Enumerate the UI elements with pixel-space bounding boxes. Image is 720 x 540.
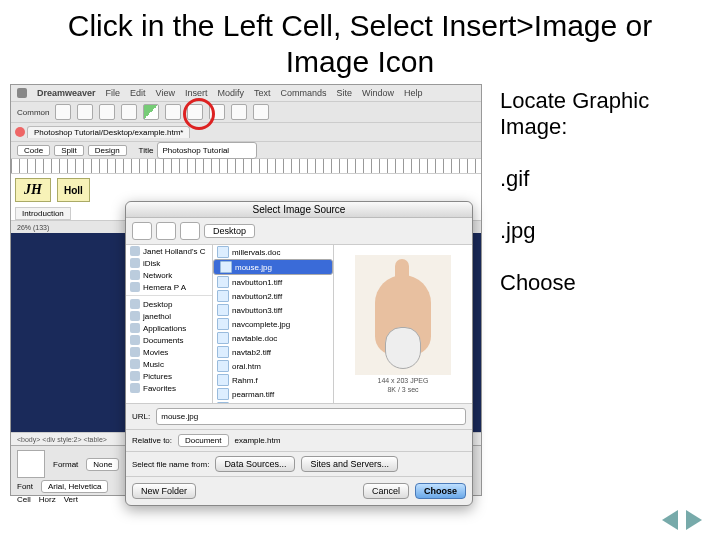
menu-insert[interactable]: Insert (185, 88, 208, 98)
relative-select[interactable]: Document (178, 434, 228, 447)
file-item[interactable]: navbutton3.tiff (213, 303, 333, 317)
text-choose: Choose (500, 270, 710, 296)
toolbar-category[interactable]: Common (17, 108, 49, 117)
next-slide-button[interactable] (686, 510, 702, 530)
source-favorites[interactable]: Favorites (126, 382, 212, 394)
tab-code[interactable]: Code (17, 145, 50, 156)
anchor-icon[interactable] (99, 104, 115, 120)
font-select[interactable]: Arial, Helvetica (41, 480, 108, 493)
format-label: Format (53, 460, 78, 469)
date-icon[interactable] (187, 104, 203, 120)
tiff-icon (217, 290, 229, 302)
format-select[interactable]: None (86, 458, 119, 471)
hyperlink-icon[interactable] (55, 104, 71, 120)
menu-modify[interactable]: Modify (217, 88, 244, 98)
comment-icon[interactable] (209, 104, 225, 120)
menu-text[interactable]: Text (254, 88, 271, 98)
relative-file: example.htm (235, 436, 281, 445)
htm-icon (217, 360, 229, 372)
title-label: Title (139, 146, 154, 155)
back-icon[interactable] (132, 222, 152, 240)
apple-icon (17, 88, 27, 98)
menu-site[interactable]: Site (337, 88, 353, 98)
email-icon[interactable] (77, 104, 93, 120)
menu-help[interactable]: Help (404, 88, 423, 98)
source-desktop[interactable]: Desktop (126, 298, 212, 310)
close-dot-icon[interactable] (15, 127, 25, 137)
tab-design[interactable]: Design (88, 145, 127, 156)
app-name: Dreamweaver (37, 88, 96, 98)
tiff-icon (217, 346, 229, 358)
file-item[interactable]: pearman.tiff (213, 387, 333, 401)
sites-servers-button[interactable]: Sites and Servers... (301, 456, 398, 472)
file-item[interactable]: phdplan_holland (213, 401, 333, 403)
favorites-icon (130, 383, 140, 393)
vert-label: Vert (64, 495, 78, 504)
menu-file[interactable]: File (106, 88, 121, 98)
menu-edit[interactable]: Edit (130, 88, 146, 98)
files-column: millervals.doc mouse.jpg navbutton1.tiff… (213, 245, 334, 403)
file-item[interactable]: millervals.doc (213, 245, 333, 259)
cell-label: Cell (17, 495, 31, 504)
source-home[interactable]: janethol (126, 310, 212, 322)
ruler (11, 159, 481, 174)
image-preview (355, 255, 451, 375)
text-locate: Locate Graphic Image: (500, 88, 710, 140)
logo-cell[interactable]: JH (15, 178, 51, 202)
source-idisk[interactable]: iDisk (126, 257, 212, 269)
table-icon[interactable] (121, 104, 137, 120)
document-tab[interactable]: Photoshop Tutorial/Desktop/example.htm* (27, 126, 190, 138)
new-folder-button[interactable]: New Folder (132, 483, 196, 499)
source-music[interactable]: Music (126, 358, 212, 370)
choose-button[interactable]: Choose (415, 483, 466, 499)
source-hd[interactable]: Janet Holland's C (126, 245, 212, 257)
file-item[interactable]: navtable.doc (213, 331, 333, 345)
select-image-dialog: Select Image Source Desktop Janet Hollan… (125, 201, 473, 506)
tag-chooser-icon[interactable] (253, 104, 269, 120)
menu-window[interactable]: Window (362, 88, 394, 98)
tab-split[interactable]: Split (54, 145, 84, 156)
location-popup[interactable]: Desktop (204, 224, 255, 238)
idisk-icon (130, 258, 140, 268)
view-mode-icon[interactable] (180, 222, 200, 240)
name-cell[interactable]: Holl (57, 178, 90, 202)
pictures-icon (130, 371, 140, 381)
preview-dimensions: 144 x 203 JPEG (378, 377, 429, 384)
source-movies[interactable]: Movies (126, 346, 212, 358)
prev-slide-button[interactable] (662, 510, 678, 530)
image-icon[interactable] (143, 104, 159, 120)
title-field[interactable]: Photoshop Tutorial (157, 142, 257, 159)
cancel-button[interactable]: Cancel (363, 483, 409, 499)
disk-icon (130, 246, 140, 256)
file-item[interactable]: navcomplete.jpg (213, 317, 333, 331)
source-pictures[interactable]: Pictures (126, 370, 212, 382)
file-item[interactable]: oral.htm (213, 359, 333, 373)
url-field[interactable]: mouse.jpg (156, 408, 466, 425)
jpg-icon (220, 261, 232, 273)
dialog-title: Select Image Source (126, 202, 472, 218)
file-item-selected[interactable]: mouse.jpg (213, 259, 333, 275)
preview-filesize: 8K / 3 sec (387, 386, 418, 393)
cd-icon (130, 282, 140, 292)
file-item[interactable]: Rahm.f (213, 373, 333, 387)
source-docs[interactable]: Documents (126, 334, 212, 346)
folder-icon (217, 374, 229, 386)
forward-icon[interactable] (156, 222, 176, 240)
document-tabbar: Photoshop Tutorial/Desktop/example.htm* (11, 123, 481, 142)
data-sources-button[interactable]: Data Sources... (215, 456, 295, 472)
source-apps[interactable]: Applications (126, 322, 212, 334)
source-hemera[interactable]: Hemera P A (126, 281, 212, 293)
media-icon[interactable] (165, 104, 181, 120)
file-item[interactable]: navbutton2.tiff (213, 289, 333, 303)
horz-label: Horz (39, 495, 56, 504)
templates-icon[interactable] (231, 104, 247, 120)
menu-commands[interactable]: Commands (280, 88, 326, 98)
source-network[interactable]: Network (126, 269, 212, 281)
intro-tab[interactable]: Introduction (15, 207, 71, 220)
slide-nav (662, 510, 702, 530)
file-item[interactable]: navbutton1.tiff (213, 275, 333, 289)
relative-label: Relative to: (132, 436, 172, 445)
folder-icon (217, 402, 229, 403)
menu-view[interactable]: View (156, 88, 175, 98)
file-item[interactable]: navtab2.tiff (213, 345, 333, 359)
